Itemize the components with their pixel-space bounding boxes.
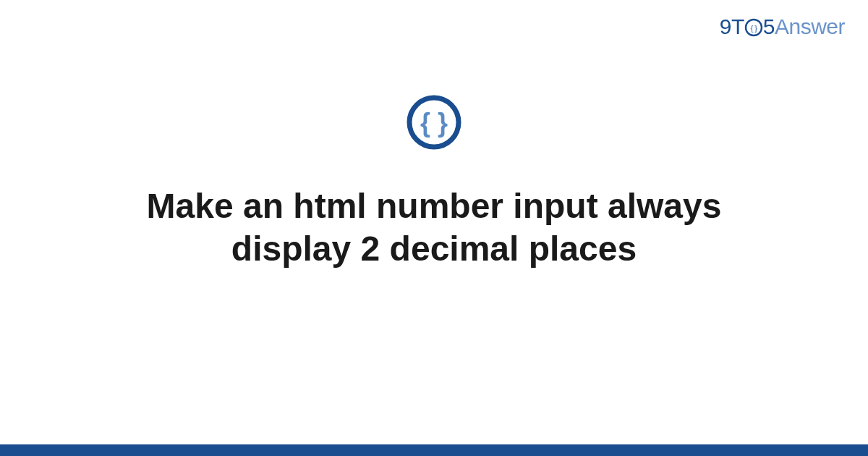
bottom-accent-bar: [0, 444, 868, 456]
svg-text:{ }: { }: [420, 108, 448, 138]
code-braces-icon: { }: [406, 94, 462, 151]
main-content: { } Make an html number input always dis…: [0, 94, 868, 270]
logo-part-5: 5: [763, 14, 775, 38]
logo-part-o: { }: [744, 14, 763, 39]
page-title: Make an html number input always display…: [90, 185, 778, 270]
logo-part-answer: Answer: [775, 14, 845, 38]
logo-part-9: 9: [720, 14, 731, 38]
site-logo: 9T { } 5Answer: [720, 14, 845, 39]
logo-part-t: T: [731, 14, 744, 38]
svg-text:{ }: { }: [750, 25, 757, 33]
